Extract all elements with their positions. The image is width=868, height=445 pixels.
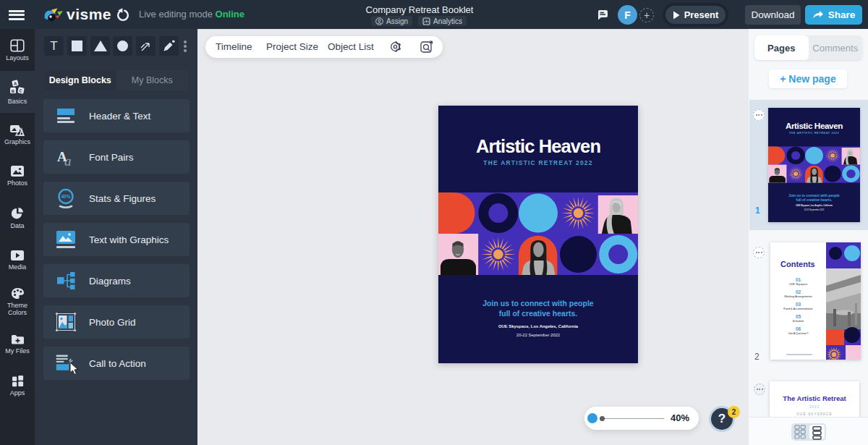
svg-text:B: B bbox=[12, 88, 15, 93]
svg-text:40%: 40% bbox=[61, 194, 70, 199]
svg-text:a: a bbox=[64, 153, 72, 168]
